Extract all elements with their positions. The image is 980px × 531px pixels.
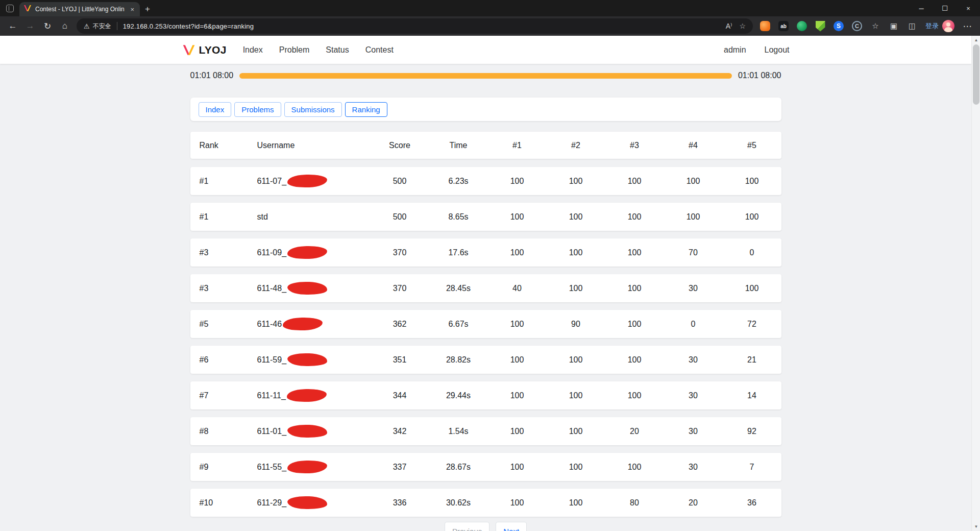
nav-item-contest[interactable]: Contest — [365, 45, 394, 55]
previous-page-button[interactable]: Previous — [445, 522, 489, 531]
nav-user-admin[interactable]: admin — [724, 45, 746, 55]
green-extension-icon[interactable] — [793, 18, 811, 34]
site-security-chip[interactable]: ⚠ 不安全 — [84, 22, 111, 31]
url-text[interactable]: 192.168.0.253/contest?id=6&page=ranking — [123, 22, 254, 30]
s-extension-icon[interactable]: S — [829, 18, 848, 34]
username-text: 611-48_ — [257, 284, 287, 293]
ranking-table-row: #7 611-11_ 344 29.44s 100 100 100 30 14 — [190, 381, 781, 409]
site-navbar: LYOJ Index Problem Status Contest admin … — [0, 36, 971, 64]
tab-submissions[interactable]: Submissions — [284, 102, 342, 117]
rank-cell: #1 — [190, 212, 248, 222]
adguard-shield-icon[interactable] — [811, 18, 829, 34]
tab-ranking[interactable]: Ranking — [345, 102, 387, 117]
forward-button[interactable]: → — [21, 18, 39, 34]
scrollbar-thumb[interactable] — [973, 44, 979, 105]
tab-problems[interactable]: Problems — [234, 102, 281, 117]
time-cell: 30.62s — [429, 498, 488, 508]
problem5-score-cell: 0 — [723, 248, 781, 257]
problem3-score-cell: 80 — [605, 498, 664, 508]
ranking-table-row: #6 611-59_ 351 28.82s 100 100 100 30 21 — [190, 346, 781, 374]
split-screen-icon[interactable]: ◫ — [903, 18, 921, 34]
add-favorite-icon[interactable]: ☆ — [739, 22, 746, 30]
security-warning-label: 不安全 — [93, 22, 111, 31]
rank-cell: #7 — [190, 391, 248, 400]
time-cell: 8.65s — [429, 212, 488, 222]
home-button[interactable]: ⌂ — [56, 18, 74, 34]
score-cell: 337 — [371, 463, 429, 472]
page-scrollbar[interactable]: ▲ ▼ — [971, 36, 980, 531]
orange-extension-icon[interactable] — [756, 18, 774, 34]
contest-tabs-card: Index Problems Submissions Ranking — [190, 98, 781, 121]
problem1-score-cell: 100 — [488, 355, 547, 365]
username-cell: 611-09_ — [248, 246, 371, 259]
settings-more-icon[interactable]: ⋯ — [959, 18, 976, 34]
problem4-score-cell: 100 — [664, 212, 723, 222]
problem1-score-cell: 100 — [488, 391, 547, 400]
score-cell: 351 — [371, 355, 429, 365]
back-button[interactable]: ← — [4, 18, 21, 34]
scroll-up-icon[interactable]: ▲ — [972, 36, 980, 44]
brand-name[interactable]: LYOJ — [199, 44, 227, 56]
problem3-score-cell: 100 — [605, 177, 664, 186]
nav-item-status[interactable]: Status — [326, 45, 349, 55]
rank-cell: #3 — [190, 248, 248, 257]
problem3-score-cell: 100 — [605, 463, 664, 472]
problem5-score-cell: 100 — [723, 284, 781, 293]
problem4-score-cell: 30 — [664, 284, 723, 293]
browser-tab[interactable]: Contest - LYOJ | LittleYang Onlin × — [19, 2, 140, 16]
time-cell: 1.54s — [429, 427, 488, 436]
header-p4: #4 — [664, 141, 723, 150]
username-cell: 611-48_ — [248, 282, 371, 295]
problem1-score-cell: 40 — [488, 284, 547, 293]
new-tab-button[interactable]: + — [140, 2, 155, 16]
score-cell: 342 — [371, 427, 429, 436]
page-viewport: LYOJ Index Problem Status Contest admin … — [0, 36, 971, 531]
problem2-score-cell: 100 — [547, 427, 605, 436]
window-maximize-button[interactable]: ☐ — [933, 0, 957, 16]
ranking-table-header: Rank Username Score Time #1 #2 #3 #4 #5 — [190, 132, 781, 159]
refresh-button[interactable]: ↻ — [39, 18, 56, 34]
window-minimize-button[interactable]: ─ — [910, 0, 933, 16]
problem5-score-cell: 100 — [723, 177, 781, 186]
window-close-button[interactable]: × — [957, 0, 980, 16]
nav-item-problem[interactable]: Problem — [279, 45, 310, 55]
c-extension-icon[interactable]: C — [848, 18, 866, 34]
tab-close-icon[interactable]: × — [129, 6, 136, 13]
redaction-mark — [287, 353, 328, 367]
problem2-score-cell: 100 — [547, 463, 605, 472]
brand-logo[interactable]: LYOJ — [182, 43, 227, 57]
lyoj-favicon-icon — [23, 4, 32, 14]
problem2-score-cell: 100 — [547, 284, 605, 293]
translate-extension-icon[interactable]: ab — [774, 18, 793, 34]
score-cell: 344 — [371, 391, 429, 400]
contest-start-time: 01:01 08:00 — [190, 71, 234, 80]
time-cell: 17.6s — [429, 248, 488, 257]
warning-icon: ⚠ — [84, 22, 90, 30]
header-p2: #2 — [547, 141, 605, 150]
problem5-score-cell: 21 — [723, 355, 781, 365]
problem2-score-cell: 100 — [547, 212, 605, 222]
problem3-score-cell: 100 — [605, 248, 664, 257]
rank-cell: #10 — [190, 498, 248, 508]
problem2-score-cell: 100 — [547, 355, 605, 365]
address-bar[interactable]: ⚠ 不安全 192.168.0.253/contest?id=6&page=ra… — [77, 18, 753, 34]
nav-logout[interactable]: Logout — [765, 45, 790, 55]
read-aloud-icon[interactable]: A⁾ — [726, 22, 732, 30]
browser-profile-button[interactable]: 登录 — [921, 18, 959, 34]
ranking-table-row: #5 611-46 362 6.67s 100 90 100 0 72 — [190, 310, 781, 338]
time-cell: 28.67s — [429, 463, 488, 472]
username-text: 611-29_ — [257, 498, 287, 508]
username-cell: 611-59_ — [248, 353, 371, 366]
next-page-button[interactable]: Next — [496, 522, 527, 531]
score-cell: 336 — [371, 498, 429, 508]
problem3-score-cell: 100 — [605, 355, 664, 365]
problem1-score-cell: 100 — [488, 498, 547, 508]
collections-icon[interactable]: ▣ — [885, 18, 903, 34]
scroll-down-icon[interactable]: ▼ — [972, 522, 980, 531]
nav-item-index[interactable]: Index — [243, 45, 263, 55]
favorites-bar-icon[interactable]: ☆ — [866, 18, 885, 34]
contest-progress-fill — [239, 73, 732, 79]
tab-actions-icon[interactable] — [6, 5, 14, 12]
tab-index[interactable]: Index — [199, 102, 232, 117]
problem1-score-cell: 100 — [488, 463, 547, 472]
